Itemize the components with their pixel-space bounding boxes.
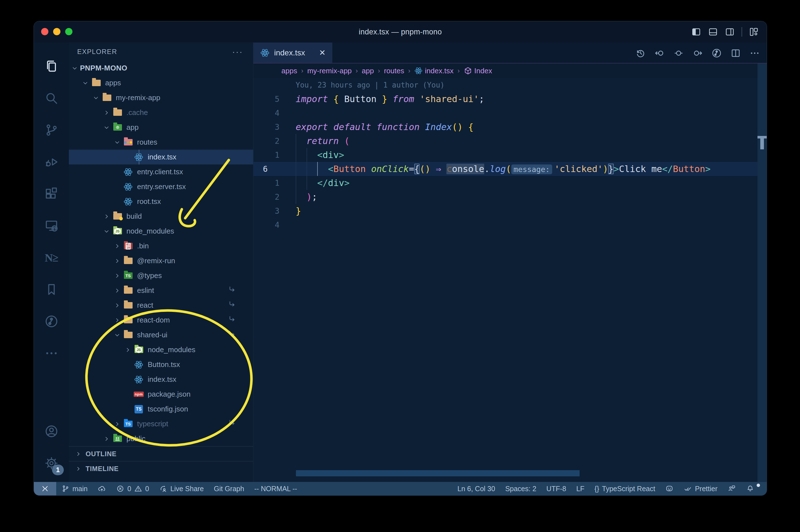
breadcrumb-item-index[interactable]: Index bbox=[464, 66, 492, 75]
change-icon[interactable] bbox=[673, 48, 684, 58]
toggle-secondary-sidebar-icon[interactable] bbox=[725, 27, 735, 37]
breadcrumb-item-routes[interactable]: routes bbox=[384, 66, 404, 75]
status-vim-mode[interactable]: -- NORMAL -- bbox=[249, 482, 302, 495]
status-encoding[interactable]: UTF-8 bbox=[541, 482, 571, 495]
status-notifications[interactable] bbox=[741, 482, 759, 495]
code-editor[interactable]: You, 23 hours ago | 1 author (You)5impor… bbox=[253, 78, 767, 482]
tree-item-eslint[interactable]: eslint bbox=[69, 283, 253, 298]
chevron-right-icon[interactable] bbox=[101, 108, 112, 118]
next-change-icon[interactable] bbox=[692, 48, 703, 58]
toggle-primary-sidebar-icon[interactable] bbox=[691, 27, 701, 37]
tree-item-node-modules[interactable]: JSnode_modules bbox=[69, 224, 253, 239]
tree-item-my-remix-app[interactable]: my-remix-app bbox=[69, 90, 253, 105]
vertical-scrollbar[interactable] bbox=[758, 63, 767, 482]
status-publish[interactable] bbox=[93, 482, 111, 495]
tree-item-entry-server-tsx[interactable]: entry.server.tsx bbox=[69, 179, 253, 194]
activity-item-more-views[interactable] bbox=[34, 337, 69, 369]
explorer-more-actions-icon[interactable]: ··· bbox=[232, 47, 243, 57]
tree-item-apps[interactable]: apps bbox=[69, 76, 253, 90]
status-cursor-position[interactable]: Ln 6, Col 30 bbox=[452, 482, 500, 495]
code-line[interactable]: 4 bbox=[253, 218, 767, 232]
chevron-down-icon[interactable] bbox=[69, 63, 80, 74]
close-window-button[interactable] bbox=[41, 28, 49, 35]
ellipsis-icon[interactable] bbox=[749, 48, 760, 58]
tree-item-app[interactable]: app bbox=[69, 120, 253, 135]
tree-item-shared-ui[interactable]: shared-ui bbox=[69, 327, 253, 342]
horizontal-scrollbar[interactable] bbox=[296, 470, 579, 476]
chevron-right-icon[interactable] bbox=[101, 211, 112, 222]
activity-item-accounts[interactable] bbox=[34, 415, 69, 447]
tree-item-public[interactable]: public bbox=[69, 431, 253, 446]
tree-item-entry-client-tsx[interactable]: entry.client.tsx bbox=[69, 165, 253, 179]
tree-item-react[interactable]: react bbox=[69, 298, 253, 313]
code-line[interactable]: 2 return ( bbox=[253, 134, 767, 148]
activity-item-extensions[interactable] bbox=[34, 178, 69, 210]
activity-item-source-control[interactable] bbox=[34, 114, 69, 146]
minimize-window-button[interactable] bbox=[53, 28, 60, 35]
code-line[interactable]: 5import { Button } from 'shared-ui'; bbox=[253, 92, 767, 106]
chevron-right-icon[interactable] bbox=[112, 285, 122, 296]
code-line-current[interactable]: 6 <Button onClick={() ⇒ console.log(mess… bbox=[253, 162, 767, 176]
activity-item-search[interactable] bbox=[34, 82, 69, 114]
chevron-down-icon[interactable] bbox=[101, 122, 112, 133]
maximize-window-button[interactable] bbox=[65, 28, 73, 35]
code-line[interactable]: 1 </div> bbox=[253, 176, 767, 190]
code-line[interactable]: 1 <div> bbox=[253, 148, 767, 162]
status-eol[interactable]: LF bbox=[571, 482, 589, 495]
code-line[interactable]: 3export default function Index() { bbox=[253, 120, 767, 134]
tree-item-node-modules[interactable]: JSnode_modules bbox=[69, 342, 253, 357]
activity-item-nx-console[interactable]: N≥ bbox=[34, 242, 69, 273]
history-icon[interactable] bbox=[635, 48, 646, 58]
breadcrumb-item-apps[interactable]: apps bbox=[281, 66, 297, 75]
toggle-panel-icon[interactable] bbox=[708, 27, 718, 37]
customize-layout-icon[interactable] bbox=[749, 27, 759, 37]
prev-change-icon[interactable] bbox=[654, 48, 665, 58]
status-live-share[interactable]: Live Share bbox=[154, 482, 209, 495]
tab-close-icon[interactable]: ✕ bbox=[319, 48, 326, 57]
chevron-down-icon[interactable] bbox=[80, 78, 91, 89]
activity-item-manage[interactable]: 1 bbox=[34, 447, 69, 479]
status-language[interactable]: {}TypeScript React bbox=[589, 482, 660, 495]
status-git-graph[interactable]: Git Graph bbox=[209, 482, 249, 495]
status-prettier[interactable]: Prettier bbox=[679, 482, 723, 495]
breadcrumb-item-my-remix-app[interactable]: my-remix-app bbox=[307, 66, 351, 75]
chevron-down-icon[interactable] bbox=[101, 226, 112, 236]
code-line[interactable]: 4 bbox=[253, 106, 767, 120]
chevron-right-icon[interactable] bbox=[112, 300, 122, 311]
status-problems[interactable]: 00 bbox=[111, 482, 154, 495]
tree-item-typescript[interactable]: TStypescript bbox=[69, 417, 253, 431]
chevron-right-icon[interactable] bbox=[112, 241, 122, 251]
tree-item-routes[interactable]: routes bbox=[69, 135, 253, 150]
chevron-down-icon[interactable] bbox=[112, 137, 122, 148]
tree-item-index-tsx[interactable]: index.tsx bbox=[69, 150, 253, 165]
code-line[interactable]: 2 ); bbox=[253, 190, 767, 204]
section-header-outline[interactable]: OUTLINE bbox=[69, 446, 253, 461]
tree-item-button-tsx[interactable]: Button.tsx bbox=[69, 357, 253, 372]
tree-item-root-tsx[interactable]: root.tsx bbox=[69, 194, 253, 209]
chevron-right-icon[interactable] bbox=[112, 255, 122, 266]
tree-item--bin[interactable]: 0110.bin bbox=[69, 239, 253, 253]
section-header-timeline[interactable]: TIMELINE bbox=[69, 461, 253, 476]
activity-item-explorer[interactable] bbox=[34, 50, 69, 82]
status-github[interactable] bbox=[660, 482, 679, 495]
breadcrumb-item-app[interactable]: app bbox=[362, 66, 374, 75]
tree-item-build[interactable]: build bbox=[69, 209, 253, 224]
tree-item--types[interactable]: TS@types bbox=[69, 268, 253, 283]
activity-item-bookmarks[interactable] bbox=[34, 273, 69, 305]
chevron-right-icon[interactable] bbox=[112, 419, 122, 429]
activity-item-remote-explorer[interactable] bbox=[34, 210, 69, 242]
tree-item-package-json[interactable]: npmpackage.json bbox=[69, 387, 253, 402]
status-branch[interactable]: main bbox=[56, 482, 93, 495]
chevron-down-icon[interactable] bbox=[91, 93, 101, 103]
chevron-right-icon[interactable] bbox=[112, 315, 122, 326]
chevron-right-icon[interactable] bbox=[112, 270, 122, 281]
tree-item-index-tsx[interactable]: index.tsx bbox=[69, 372, 253, 387]
scm-graph-icon[interactable] bbox=[711, 48, 722, 58]
tab-index-tsx[interactable]: index.tsx ✕ bbox=[253, 42, 332, 63]
tree-item-react-dom[interactable]: react-dom bbox=[69, 313, 253, 327]
chevron-right-icon[interactable] bbox=[122, 345, 133, 355]
chevron-right-icon[interactable] bbox=[101, 434, 112, 444]
tree-item--cache[interactable]: .cache bbox=[69, 105, 253, 120]
status-feedback[interactable] bbox=[723, 482, 741, 495]
tree-item-pnpm-mono[interactable]: PNPM-MONO bbox=[69, 61, 253, 76]
